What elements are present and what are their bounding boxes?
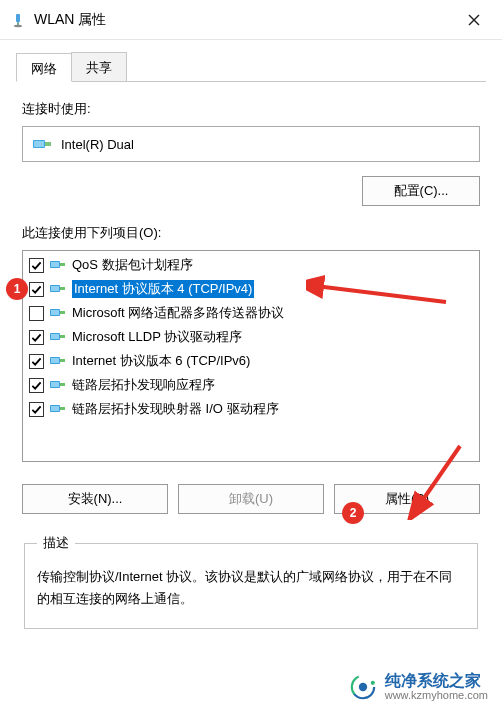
svg-rect-12 (51, 286, 59, 291)
checkbox[interactable] (29, 258, 44, 273)
svg-rect-22 (60, 359, 65, 362)
components-label: 此连接使用下列项目(O): (22, 224, 480, 242)
configure-button[interactable]: 配置(C)... (362, 176, 480, 206)
watermark-logo-icon (349, 673, 377, 701)
svg-point-34 (370, 681, 374, 685)
svg-rect-10 (60, 263, 65, 266)
description-fieldset: 描述 传输控制协议/Internet 协议。该协议是默认的广域网络协议，用于在不… (24, 534, 478, 629)
svg-rect-24 (51, 382, 59, 387)
list-item[interactable]: Internet 协议版本 4 (TCP/IPv4) (23, 277, 479, 301)
button-row: 安装(N)... 卸载(U) 属性(R) (22, 484, 480, 514)
list-item[interactable]: Internet 协议版本 6 (TCP/IPv6) (23, 349, 479, 373)
list-item-label: Microsoft LLDP 协议驱动程序 (72, 328, 242, 346)
watermark-cn: 纯净系统之家 (385, 673, 488, 689)
list-item[interactable]: Microsoft LLDP 协议驱动程序 (23, 325, 479, 349)
svg-rect-19 (60, 335, 65, 338)
svg-point-33 (359, 683, 367, 691)
censor-overlay (168, 127, 479, 161)
adapter-name: Intel(R) Dual (61, 137, 134, 152)
adapter-box: Intel(R) Dual (22, 126, 480, 162)
checkbox[interactable] (29, 378, 44, 393)
svg-rect-9 (51, 262, 59, 267)
description-text: 传输控制协议/Internet 协议。该协议是默认的广域网络协议，用于在不同的相… (37, 566, 465, 610)
network-component-icon (50, 330, 66, 344)
checkbox[interactable] (29, 354, 44, 369)
network-component-icon (50, 282, 66, 296)
list-item[interactable]: QoS 数据包计划程序 (23, 253, 479, 277)
svg-rect-6 (34, 141, 44, 147)
checkbox[interactable] (29, 402, 44, 417)
tabs: 网络 共享 (16, 52, 486, 82)
svg-rect-21 (51, 358, 59, 363)
list-item-label: 链路层拓扑发现映射器 I/O 驱动程序 (72, 400, 279, 418)
svg-rect-15 (51, 310, 59, 315)
description-legend: 描述 (37, 534, 75, 552)
svg-rect-18 (51, 334, 59, 339)
svg-rect-28 (60, 407, 65, 410)
close-icon (468, 14, 480, 26)
uninstall-button: 卸载(U) (178, 484, 324, 514)
titlebar: WLAN 属性 (0, 0, 502, 40)
svg-rect-13 (60, 287, 65, 290)
network-component-icon (50, 354, 66, 368)
list-item[interactable]: 链路层拓扑发现响应程序 (23, 373, 479, 397)
adapter-icon (33, 137, 51, 151)
list-item-label: Microsoft 网络适配器多路传送器协议 (72, 304, 284, 322)
list-item[interactable]: 链路层拓扑发现映射器 I/O 驱动程序 (23, 397, 479, 421)
watermark: 纯净系统之家 www.kzmyhome.com (349, 673, 488, 702)
svg-rect-25 (60, 383, 65, 386)
svg-rect-27 (51, 406, 59, 411)
checkbox[interactable] (29, 306, 44, 321)
list-item[interactable]: Microsoft 网络适配器多路传送器协议 (23, 301, 479, 325)
install-button[interactable]: 安装(N)... (22, 484, 168, 514)
checkbox[interactable] (29, 330, 44, 345)
svg-point-2 (14, 24, 22, 26)
svg-rect-16 (60, 311, 65, 314)
svg-rect-0 (16, 14, 20, 22)
tab-share[interactable]: 共享 (71, 52, 127, 81)
list-item-label: Internet 协议版本 4 (TCP/IPv4) (72, 280, 254, 298)
network-component-icon (50, 378, 66, 392)
wlan-icon (10, 12, 26, 28)
list-item-label: QoS 数据包计划程序 (72, 256, 193, 274)
watermark-url: www.kzmyhome.com (385, 689, 488, 702)
network-component-icon (50, 402, 66, 416)
checkbox[interactable] (29, 282, 44, 297)
list-item-label: Internet 协议版本 6 (TCP/IPv6) (72, 352, 250, 370)
components-listbox[interactable]: QoS 数据包计划程序Internet 协议版本 4 (TCP/IPv4)Mic… (22, 250, 480, 462)
properties-button[interactable]: 属性(R) (334, 484, 480, 514)
close-button[interactable] (452, 0, 496, 39)
content-area: 网络 共享 连接时使用: Intel(R) Dual 配置(C)... 此连接使… (0, 40, 502, 629)
tab-network[interactable]: 网络 (16, 53, 72, 82)
list-item-label: 链路层拓扑发现响应程序 (72, 376, 215, 394)
network-component-icon (50, 306, 66, 320)
svg-rect-7 (45, 142, 51, 146)
adapter-label: 连接时使用: (22, 100, 480, 118)
window-title: WLAN 属性 (34, 11, 106, 29)
network-component-icon (50, 258, 66, 272)
watermark-text: 纯净系统之家 www.kzmyhome.com (385, 673, 488, 702)
